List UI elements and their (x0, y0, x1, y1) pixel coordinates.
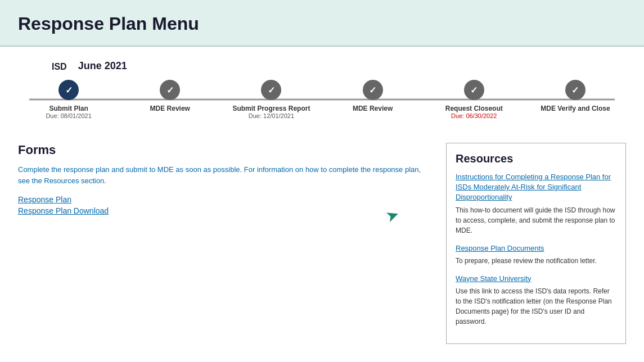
resources-title: Resources (456, 152, 616, 165)
page-header: Response Plan Menu (0, 0, 644, 47)
timeline-step-3: ✓MDE Review (322, 80, 424, 119)
timeline-step-0: ✓Submit PlanDue: 08/01/2021 (18, 80, 119, 119)
step-due-0: Due: 08/01/2021 (46, 112, 91, 119)
step-circle-3: ✓ (363, 80, 383, 100)
step-circle-0: ✓ (58, 80, 79, 100)
timeline-step-2: ✓Submit Progress ReportDue: 12/01/2021 (220, 80, 322, 119)
forms-section: Forms Complete the response plan and sub… (18, 143, 433, 215)
form-link-1[interactable]: Response Plan Download (18, 206, 433, 215)
resource-desc-1: To prepare, please review the notificati… (456, 256, 616, 266)
step-circle-5: ✓ (565, 80, 586, 100)
timeline-section: ISD June 2021 ✓Submit PlanDue: 08/01/202… (18, 60, 626, 125)
forms-links: Response PlanResponse Plan Download➤ (18, 195, 433, 215)
timeline-labels: ISD June 2021 (18, 60, 626, 72)
timeline-steps: ✓Submit PlanDue: 08/01/2021✓MDE Review✓S… (18, 80, 626, 119)
step-circle-1: ✓ (160, 80, 180, 100)
main-content: ISD June 2021 ✓Submit PlanDue: 08/01/202… (0, 47, 644, 358)
step-label-4: Request Closeout (445, 105, 503, 112)
form-link-0[interactable]: Response Plan (18, 195, 433, 204)
timeline-isd-label: ISD (52, 62, 67, 72)
step-label-2: Submit Progress Report (232, 105, 310, 112)
resources-box: Resources Instructions for Completing a … (446, 143, 626, 344)
resource-item-2: Wayne State UniversityUse this link to a… (456, 274, 616, 327)
resource-item-1: Response Plan DocumentsTo prepare, pleas… (456, 243, 616, 266)
resource-link-2[interactable]: Wayne State University (456, 274, 532, 284)
resources-items: Instructions for Completing a Response P… (456, 172, 616, 327)
step-circle-4: ✓ (464, 80, 484, 100)
resource-link-1[interactable]: Response Plan Documents (456, 243, 544, 254)
resource-desc-0: This how-to document will guide the ISD … (456, 205, 616, 236)
step-circle-2: ✓ (261, 80, 281, 100)
bottom-section: Forms Complete the response plan and sub… (18, 143, 626, 344)
step-label-5: MDE Verify and Close (541, 105, 610, 112)
timeline-step-5: ✓MDE Verify and Close (525, 80, 626, 119)
forms-title: Forms (18, 143, 433, 157)
resource-link-0[interactable]: Instructions for Completing a Response P… (456, 172, 616, 203)
timeline-step-4: ✓Request CloseoutDue: 06/30/2022 (424, 80, 525, 119)
step-due-4: Due: 06/30/2022 (451, 112, 497, 119)
step-label-3: MDE Review (353, 105, 393, 112)
resource-item-0: Instructions for Completing a Response P… (456, 172, 616, 236)
page-title: Response Plan Menu (18, 13, 626, 34)
step-label-1: MDE Review (150, 105, 190, 112)
resource-desc-2: Use this link to access the ISD's data r… (456, 286, 616, 327)
step-label-0: Submit Plan (49, 105, 88, 112)
timeline-wrapper: ✓Submit PlanDue: 08/01/2021✓MDE Review✓S… (18, 74, 626, 125)
timeline-date-label: June 2021 (78, 60, 127, 72)
forms-description: Complete the response plan and submit to… (18, 164, 433, 186)
step-due-2: Due: 12/01/2021 (249, 112, 294, 119)
timeline-step-1: ✓MDE Review (119, 80, 220, 119)
